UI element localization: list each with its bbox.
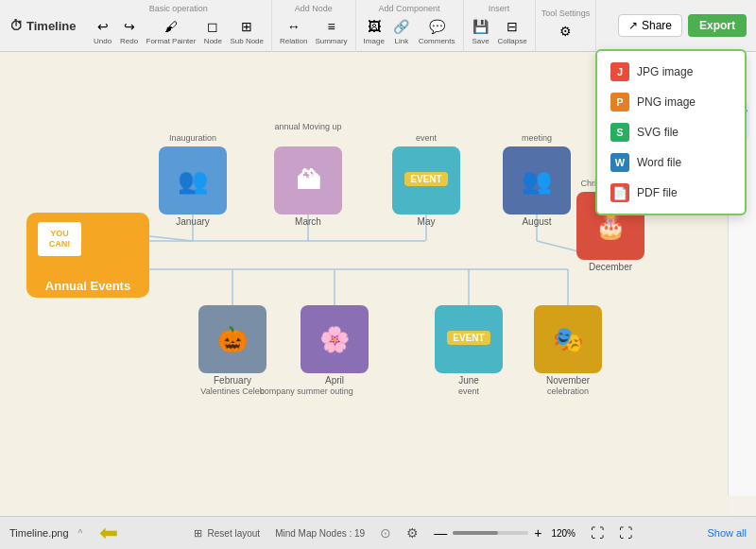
mindmap-nodes-label: Mind Map Nodes : 19	[275, 528, 365, 539]
tool-settings-label: Tool Settings	[541, 9, 591, 18]
jpg-icon: J	[610, 62, 629, 81]
image-label: Image	[364, 37, 385, 45]
march-label: March	[295, 216, 321, 227]
comments-btn[interactable]: 💬Comments	[417, 15, 457, 47]
sub-node-label: Sub Node	[230, 37, 264, 45]
undo-btn[interactable]: ↩Undo	[92, 15, 114, 47]
export-pdf[interactable]: 📄 PDF file	[597, 178, 745, 208]
format-painter-label: Format Painter	[146, 37, 197, 45]
save-btn[interactable]: 💾Save	[470, 15, 492, 47]
download-bar: Timeline.png ^ ⬅ ⊞ Reset layout Mind Map…	[0, 516, 756, 549]
share-icon: ↗	[628, 19, 638, 32]
add-node-label: Add Node	[295, 4, 333, 13]
svg-line-12	[149, 236, 193, 241]
january-box[interactable]: 👥	[159, 146, 227, 214]
april-label: April	[325, 375, 344, 386]
zoom-minus-btn[interactable]: —	[434, 525, 447, 540]
central-node[interactable]: YOUCAN! Annual Events	[26, 213, 149, 298]
app-title-text: Timeline	[26, 19, 77, 33]
collapse-btn[interactable]: ⊟Collapse	[496, 15, 529, 47]
basic-op-label: Basic operation	[149, 4, 208, 13]
settings-icon: ⚙	[406, 525, 419, 540]
february-node[interactable]: 🎃 February Valentines Celeb	[198, 305, 266, 386]
august-box[interactable]: 👥	[503, 146, 571, 214]
collapse-label: Collapse	[498, 37, 527, 45]
mind-map-nodes: Mind Map Nodes : 19	[275, 528, 365, 539]
fullscreen-icon[interactable]: ⛶	[619, 525, 632, 540]
format-painter-btn[interactable]: 🖌Format Painter	[145, 15, 198, 47]
export-dropdown: J JPG image P PNG image S SVG file W Wor…	[595, 49, 747, 215]
november-box[interactable]: 🎭	[534, 305, 602, 373]
app-title: ⏱ Timeline	[0, 18, 86, 33]
reset-layout-label: Reset layout	[208, 528, 261, 539]
export-jpg-label: JPG image	[637, 65, 693, 78]
june-node[interactable]: EVENT June event	[435, 305, 503, 386]
january-annotation: Inauguration	[169, 133, 216, 143]
june-annotation: event	[458, 386, 479, 396]
february-box[interactable]: 🎃	[198, 305, 266, 373]
august-node[interactable]: meeting 👥 August	[503, 146, 571, 227]
add-comp-icons: 🖼Image 🔗Link 💬Comments	[362, 15, 457, 47]
may-label: May	[418, 216, 436, 227]
relation-btn[interactable]: ↔Relation	[278, 15, 309, 47]
link-btn[interactable]: 🔗Link	[390, 15, 413, 47]
download-arrow-icon: ⬅	[99, 520, 118, 546]
basic-operation-section: Basic operation ↩Undo ↪Redo 🖌Format Pain…	[86, 0, 273, 52]
download-filename: Timeline.png	[9, 527, 69, 539]
export-jpg[interactable]: J JPG image	[597, 57, 745, 87]
basic-op-icons: ↩Undo ↪Redo 🖌Format Painter ◻Node ⊞Sub N…	[92, 15, 266, 47]
march-annotation: annual Moving up	[274, 122, 341, 131]
december-label: December	[589, 262, 632, 272]
may-annotation: event	[416, 133, 437, 143]
april-node[interactable]: 🌸 April company summer outing	[301, 305, 369, 386]
export-png[interactable]: P PNG image	[597, 87, 745, 117]
pdf-icon: 📄	[610, 183, 629, 202]
summary-label: Summary	[315, 37, 347, 45]
june-label: June	[458, 375, 479, 386]
node-btn[interactable]: ◻Node	[201, 15, 224, 47]
export-png-label: PNG image	[637, 95, 696, 109]
add-node-section: Add Node ↔Relation ≡Summary	[272, 0, 356, 52]
undo-label: Undo	[94, 37, 112, 45]
zoom-slider[interactable]	[453, 531, 528, 535]
central-node-label: Annual Events	[45, 279, 130, 293]
sub-node-btn[interactable]: ⊞Sub Node	[228, 15, 266, 47]
zoom-plus-btn[interactable]: +	[534, 525, 541, 540]
january-node[interactable]: Inauguration 👥 January	[159, 146, 227, 227]
insert-icons: 💾Save ⊟Collapse	[470, 15, 529, 47]
add-comp-label: Add Component	[379, 4, 440, 13]
add-component-section: Add Component 🖼Image 🔗Link 💬Comments	[356, 0, 464, 52]
export-pdf-label: PDF file	[637, 186, 678, 199]
june-box[interactable]: EVENT	[435, 305, 503, 373]
svg-icon: S	[610, 123, 629, 142]
show-all-link[interactable]: Show all	[707, 527, 747, 539]
share-button[interactable]: ↗ Share	[618, 14, 682, 37]
export-word-label: Word file	[637, 156, 681, 169]
export-word[interactable]: W Word file	[597, 147, 745, 178]
reset-layout[interactable]: ⊞ Reset layout	[194, 527, 260, 540]
november-label: November	[546, 375, 590, 386]
export-svg-label: SVG file	[637, 126, 679, 139]
node-label: Node	[204, 37, 222, 45]
february-label: February	[214, 375, 251, 386]
tool-btn[interactable]: ⚙	[554, 20, 576, 43]
fit-view-icon[interactable]: ⛶	[591, 525, 604, 540]
redo-btn[interactable]: ↪Redo	[118, 15, 141, 47]
april-box[interactable]: 🌸	[301, 305, 369, 373]
summary-btn[interactable]: ≡Summary	[313, 15, 349, 47]
relation-label: Relation	[280, 37, 307, 45]
export-button[interactable]: Export	[688, 14, 747, 37]
share-label: Share	[642, 19, 672, 32]
image-btn[interactable]: 🖼Image	[362, 15, 387, 47]
zoom-info-icon: ⊙	[380, 525, 391, 540]
add-node-icons: ↔Relation ≡Summary	[278, 15, 350, 47]
may-box[interactable]: EVENT	[392, 146, 460, 214]
comments-label: Comments	[419, 37, 455, 45]
november-node[interactable]: 🎭 November celebration	[534, 305, 602, 386]
april-annotation: company summer outing	[260, 386, 353, 396]
timeline-icon: ⏱	[9, 18, 23, 33]
march-node[interactable]: annual Moving up 🏔 March	[274, 146, 342, 227]
march-box[interactable]: 🏔	[274, 146, 342, 214]
export-svg[interactable]: S SVG file	[597, 117, 745, 147]
may-node[interactable]: event EVENT May	[392, 146, 460, 227]
